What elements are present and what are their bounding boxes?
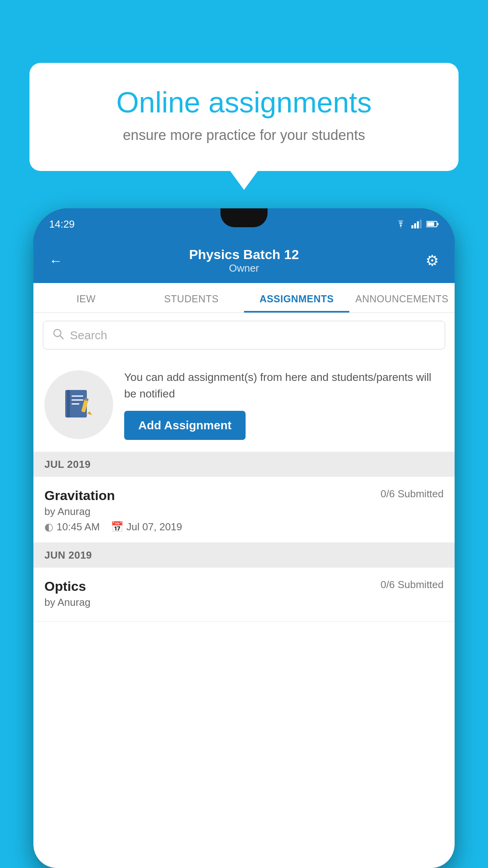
svg-marker-15 (87, 411, 92, 415)
add-assignment-promo: You can add assignment(s) from here and … (33, 357, 455, 452)
notebook-icon (61, 387, 97, 422)
status-bar: 14:29 (33, 208, 455, 240)
svg-rect-0 (411, 225, 413, 228)
assignment-name-gravitation: Gravitation (44, 488, 115, 503)
signal-icon (411, 220, 422, 228)
section-jul-2019: JUL 2019 (33, 452, 455, 477)
section-jun-2019: JUN 2019 (33, 543, 455, 568)
wifi-icon (395, 220, 407, 228)
clock-icon: ◐ (44, 521, 53, 533)
svg-rect-10 (67, 390, 70, 417)
tab-announcements[interactable]: ANNOUNCEMENTS (349, 283, 455, 313)
search-icon (53, 328, 64, 342)
assignment-date-gravitation: Jul 07, 2019 (127, 521, 182, 533)
speech-bubble: Online assignments ensure more practice … (29, 63, 459, 171)
tab-students[interactable]: STUDENTS (139, 283, 244, 313)
tabs-bar: IEW STUDENTS ASSIGNMENTS ANNOUNCEMENTS (33, 283, 455, 313)
assignment-submitted-gravitation: 0/6 Submitted (381, 488, 444, 500)
svg-line-8 (60, 336, 63, 339)
calendar-icon: 📅 (111, 521, 123, 533)
assignment-by-optics: by Anurag (44, 596, 444, 609)
app-header: ← Physics Batch 12 Owner ⚙ (33, 240, 455, 283)
header-center: Physics Batch 12 Owner (189, 247, 299, 274)
meta-date-gravitation: 📅 Jul 07, 2019 (111, 521, 182, 533)
back-button[interactable]: ← (49, 253, 62, 268)
bubble-title: Online assignments (57, 86, 431, 118)
svg-rect-6 (427, 222, 434, 226)
meta-time-gravitation: ◐ 10:45 AM (44, 521, 100, 533)
svg-rect-11 (72, 395, 83, 397)
assignment-submitted-optics: 0/6 Submitted (381, 579, 444, 591)
svg-rect-13 (72, 403, 79, 405)
tab-assignments[interactable]: ASSIGNMENTS (244, 283, 349, 313)
add-assignment-button[interactable]: Add Assignment (124, 411, 246, 440)
svg-rect-12 (72, 399, 83, 401)
gear-icon[interactable]: ⚙ (426, 252, 439, 269)
promo-icon-circle (44, 370, 113, 439)
svg-rect-2 (417, 221, 419, 228)
svg-rect-5 (437, 223, 438, 225)
header-subtitle: Owner (189, 262, 299, 274)
promo-text: You can add assignment(s) from here and … (124, 369, 444, 402)
assignment-item-gravitation[interactable]: Gravitation 0/6 Submitted by Anurag ◐ 10… (33, 477, 455, 543)
svg-rect-3 (420, 220, 422, 228)
battery-icon (426, 221, 439, 228)
assignment-meta-gravitation: ◐ 10:45 AM 📅 Jul 07, 2019 (44, 521, 444, 533)
screen-content: Search You can add ass (33, 313, 455, 868)
assignment-by-gravitation: by Anurag (44, 506, 444, 518)
bubble-subtitle: ensure more practice for your students (57, 127, 431, 143)
assignment-item-optics[interactable]: Optics 0/6 Submitted by Anurag (33, 568, 455, 622)
assignment-name-optics: Optics (44, 579, 86, 594)
status-icons (395, 220, 439, 228)
search-bar: Search (33, 313, 455, 357)
header-title: Physics Batch 12 (189, 247, 299, 262)
tab-iew[interactable]: IEW (33, 283, 139, 313)
svg-rect-1 (414, 223, 416, 228)
search-placeholder: Search (70, 329, 107, 342)
promo-right: You can add assignment(s) from here and … (124, 369, 444, 440)
assignment-time-gravitation: 10:45 AM (57, 521, 100, 533)
phone-frame: 14:29 ← (33, 208, 455, 868)
search-input-wrap[interactable]: Search (43, 321, 445, 349)
status-time: 14:29 (49, 218, 75, 230)
notch-cutout (220, 208, 268, 227)
